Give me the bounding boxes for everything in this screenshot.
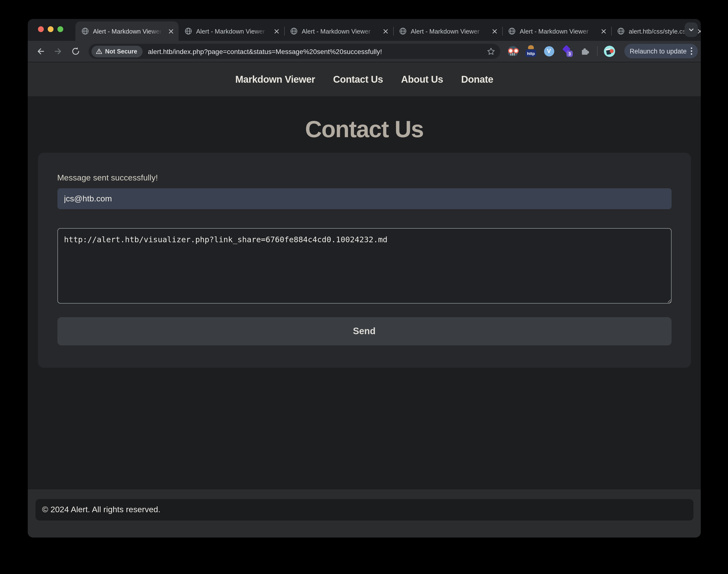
v-extension-icon[interactable]: V	[543, 45, 555, 57]
extension-badge-count: 3	[566, 51, 573, 57]
globe-favicon-icon	[290, 27, 298, 35]
extensions-menu-button[interactable]	[579, 45, 591, 57]
warning-triangle-icon	[96, 48, 102, 54]
back-arrow-icon	[36, 47, 45, 56]
nav-link-markdown-viewer[interactable]: Markdown Viewer	[235, 74, 315, 85]
maximize-window-button[interactable]	[57, 26, 63, 32]
relaunch-to-update-button[interactable]: Relaunch to update	[624, 44, 698, 58]
tabs: Alert - Markdown Viewer Alert - Markdown…	[75, 22, 701, 41]
copyright-text: © 2024 Alert. All rights reserved.	[42, 505, 160, 515]
nav-link-donate[interactable]: Donate	[461, 74, 493, 85]
message-textarea[interactable]: http://alert.htb/visualizer.php?link_sha…	[57, 228, 671, 303]
tab-1-active[interactable]: Alert - Markdown Viewer	[75, 22, 178, 41]
avatar-sushi-roe	[610, 49, 614, 53]
toolbar-separator	[597, 46, 598, 56]
kebab-menu-icon[interactable]	[691, 47, 692, 55]
back-button[interactable]	[34, 45, 47, 58]
site-navbar: Markdown Viewer Contact Us About Us Dona…	[28, 62, 701, 96]
profile-avatar[interactable]	[604, 45, 615, 57]
minimize-window-button[interactable]	[48, 26, 53, 32]
status-message: Message sent successfully!	[57, 173, 671, 183]
tab-title: Alert - Markdown Viewer	[411, 28, 488, 35]
tab-close-icon[interactable]	[601, 29, 606, 34]
browser-window: Alert - Markdown Viewer Alert - Markdown…	[28, 19, 701, 537]
tab-close-icon[interactable]	[697, 29, 701, 34]
tab-title: alert.htb/css/style.css	[629, 28, 693, 35]
globe-favicon-icon	[617, 27, 625, 35]
tab-title: Alert - Markdown Viewer	[302, 28, 379, 35]
footer-section: © 2024 Alert. All rights reserved.	[28, 489, 701, 537]
tab-title: Alert - Markdown Viewer	[520, 28, 597, 35]
not-secure-label: Not Secure	[105, 48, 137, 55]
tab-divider	[502, 27, 503, 36]
tab-title: Alert - Markdown Viewer	[196, 28, 270, 35]
http-icon-label: http	[526, 50, 536, 57]
goggles-extension-icon[interactable]	[507, 45, 519, 57]
close-window-button[interactable]	[38, 26, 44, 32]
send-button[interactable]: Send	[57, 317, 671, 345]
tab-divider	[284, 27, 285, 36]
tab-divider	[611, 27, 612, 36]
globe-favicon-icon	[81, 27, 89, 35]
page-viewport: Markdown Viewer Contact Us About Us Dona…	[28, 62, 701, 537]
tab-4[interactable]: Alert - Markdown Viewer	[393, 22, 502, 41]
http-icon-hat	[528, 45, 534, 49]
goggles-right-lens	[513, 48, 519, 53]
tab-close-icon[interactable]	[492, 29, 497, 34]
tab-3[interactable]: Alert - Markdown Viewer	[284, 22, 393, 41]
v-icon-letter: V	[544, 46, 554, 56]
tab-close-icon[interactable]	[274, 29, 279, 34]
nav-link-contact-us[interactable]: Contact Us	[333, 74, 383, 85]
globe-favicon-icon	[508, 27, 516, 35]
relaunch-label: Relaunch to update	[630, 47, 687, 55]
window-controls	[38, 26, 63, 32]
globe-favicon-icon	[185, 27, 192, 35]
tab-strip: Alert - Markdown Viewer Alert - Markdown…	[28, 19, 701, 41]
tab-search-button[interactable]	[685, 23, 698, 37]
browser-toolbar: Not Secure alert.htb/index.php?page=cont…	[28, 41, 701, 62]
footer-bar: © 2024 Alert. All rights reserved.	[35, 499, 693, 521]
tab-2[interactable]: Alert - Markdown Viewer	[178, 22, 284, 41]
address-bar[interactable]: Not Secure alert.htb/index.php?page=cont…	[89, 44, 500, 59]
page-title: Contact Us	[28, 116, 701, 143]
reload-button[interactable]	[69, 45, 82, 58]
tab-5[interactable]: Alert - Markdown Viewer	[502, 22, 611, 41]
not-secure-chip[interactable]: Not Secure	[91, 45, 143, 57]
tab-close-icon[interactable]	[168, 29, 174, 34]
puzzle-piece-icon	[580, 46, 590, 56]
desktop: Alert - Markdown Viewer Alert - Markdown…	[0, 0, 728, 574]
goggles-left-lens	[508, 48, 513, 53]
tab-title: Alert - Markdown Viewer	[93, 28, 164, 35]
url-text[interactable]: alert.htb/index.php?page=contact&status=…	[148, 47, 483, 55]
tab-close-icon[interactable]	[383, 29, 388, 34]
extensions-area: http V 3	[507, 41, 615, 61]
nav-link-about-us[interactable]: About Us	[401, 74, 443, 85]
http-tracker-extension-icon[interactable]: http	[525, 45, 537, 57]
globe-favicon-icon	[399, 27, 407, 35]
forward-arrow-icon	[53, 47, 63, 56]
forward-button[interactable]	[51, 45, 64, 58]
reload-icon	[71, 47, 80, 56]
contact-form-card: Message sent successfully! http://alert.…	[38, 153, 691, 368]
email-field[interactable]	[57, 188, 671, 209]
bookmark-star-icon[interactable]	[487, 47, 495, 56]
chevron-down-icon	[688, 27, 694, 33]
tab-divider	[393, 27, 394, 36]
diamond-extension-icon[interactable]: 3	[561, 45, 573, 57]
